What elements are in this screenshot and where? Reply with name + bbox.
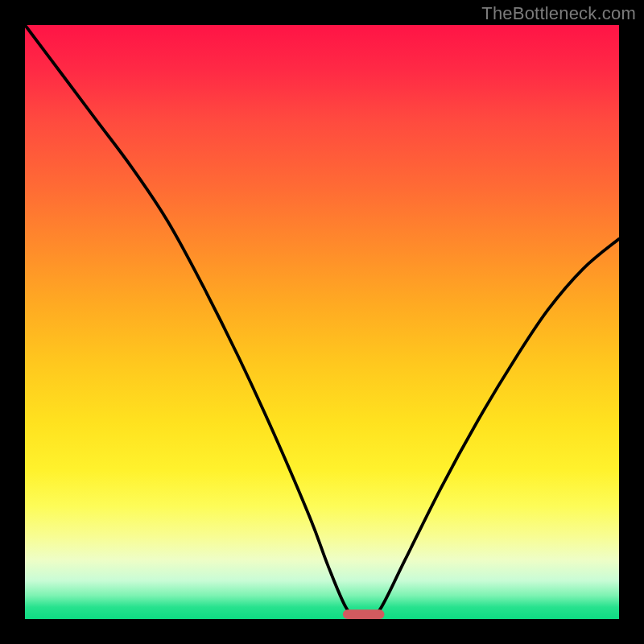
chart-plot-area — [25, 25, 619, 619]
minimum-marker — [343, 609, 385, 619]
bottleneck-curve-path — [25, 25, 619, 619]
chart-svg — [25, 25, 619, 619]
watermark-text: TheBottleneck.com — [481, 3, 636, 24]
chart-frame: TheBottleneck.com — [0, 0, 644, 644]
